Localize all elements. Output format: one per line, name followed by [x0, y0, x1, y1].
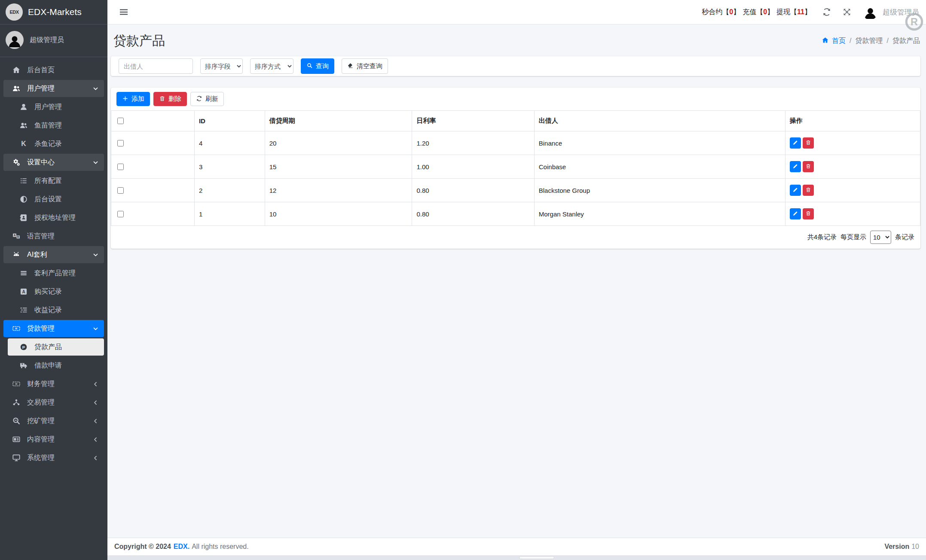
edit-row-button[interactable] — [790, 185, 801, 196]
lender-search-input[interactable] — [119, 58, 193, 74]
edit-row-button[interactable] — [790, 161, 801, 172]
select-all-checkbox[interactable] — [117, 118, 124, 124]
per-page-select[interactable]: 10 — [870, 231, 891, 244]
svg-text:P: P — [22, 345, 25, 350]
trash-icon — [805, 210, 811, 218]
row-checkbox[interactable] — [117, 211, 124, 217]
sort-field-select[interactable]: 排序字段 — [200, 58, 243, 74]
cell-rate: 1.00 — [412, 155, 534, 179]
sidebar-item-purchase-records[interactable]: A购买记录 — [8, 283, 104, 300]
sidebar-item-arbitrage-product-management[interactable]: 套利产品管理 — [8, 265, 104, 282]
sidebar-item-label: 贷款产品 — [34, 343, 62, 352]
sidebar-item-settings-center[interactable]: 设置中心 — [3, 154, 104, 171]
avatar — [862, 4, 878, 20]
sort-order-select[interactable]: 排序方式 — [250, 58, 293, 74]
sidebar-item-loan-management[interactable]: 0贷款管理 — [3, 320, 104, 337]
loan-products-card: 添加 删除 刷新 — [111, 88, 920, 249]
table-row: 3151.00Coinbase — [111, 155, 920, 179]
sidebar-item-label: 内容管理 — [27, 435, 55, 444]
clear-search-button[interactable]: 清空查询 — [342, 58, 388, 74]
sidebar-item-backend-settings[interactable]: 后台设置 — [8, 191, 104, 208]
sidebar-item-system-management[interactable]: 系统管理 — [3, 449, 104, 466]
sidebar-item-trade-management[interactable]: 交易管理 — [3, 394, 104, 411]
footer-brand-link[interactable]: EDX. — [174, 543, 189, 551]
newspaper-icon — [12, 435, 21, 444]
delete-row-button[interactable] — [803, 208, 814, 219]
sidebar-item-earnings-records[interactable]: 收益记录 — [8, 301, 104, 319]
sidebar-item-user-management[interactable]: 用户管理 — [3, 80, 104, 97]
pencil-icon — [792, 140, 798, 147]
breadcrumb-separator: / — [887, 37, 889, 45]
chevron-down-icon — [92, 85, 99, 92]
sidebar-item-user-admin[interactable]: 用户管理 — [8, 98, 104, 116]
pending-stat-秒合约[interactable]: 秒合约【0】 — [702, 8, 740, 17]
pending-stat-充值[interactable]: 充值【0】 — [743, 8, 774, 17]
search-icon — [306, 62, 313, 70]
footer: Copyright © 2024 EDX. All rights reserve… — [107, 538, 926, 555]
sidebar-submenu-entry: 授权地址管理 — [8, 209, 104, 226]
app-window: EDX EDX-Markets 超级管理员 后台首页用户管理用户管理鱼苗管理K杀… — [0, 0, 926, 560]
navbar-user-menu[interactable]: 超级管理员 — [862, 4, 919, 20]
sidebar-menu-entry: 后台首页 — [3, 61, 104, 79]
breadcrumb-item[interactable]: 首页 — [822, 37, 846, 46]
sidebar-item-mining-management[interactable]: 挖矿管理 — [3, 412, 104, 429]
horizontal-scrollbar[interactable] — [107, 555, 926, 560]
refresh-table-button[interactable]: 刷新 — [190, 92, 224, 106]
sidebar-menu-entry: 系统管理 — [3, 449, 104, 466]
delete-row-button[interactable] — [803, 161, 814, 172]
fullscreen-icon[interactable] — [842, 7, 852, 17]
chevron-down-icon — [92, 326, 99, 332]
sidebar-item-kill-fish-records[interactable]: K杀鱼记录 — [8, 135, 104, 152]
footer-version: Version10 — [884, 543, 919, 551]
cell-actions — [785, 131, 920, 155]
sidebar-item-finance-management[interactable]: 0财务管理 — [3, 375, 104, 393]
trash-icon — [159, 95, 165, 103]
sidebar-user-panel[interactable]: 超级管理员 — [0, 24, 107, 57]
sidebar-toggle-button[interactable] — [119, 7, 129, 17]
sidebar-item-loan-products[interactable]: P贷款产品 — [8, 338, 104, 356]
money-icon: 0 — [12, 324, 21, 333]
sidebar-item-label: 贷款管理 — [27, 324, 55, 333]
column-header-id: ID — [194, 111, 265, 131]
delete-row-button[interactable] — [803, 137, 814, 149]
content-header: 贷款产品 首页/贷款管理/贷款产品 — [107, 24, 926, 56]
breadcrumb-item[interactable]: 贷款管理 — [856, 37, 883, 46]
pencil-icon — [792, 163, 798, 170]
delete-button[interactable]: 删除 — [153, 92, 187, 106]
brand[interactable]: EDX EDX-Markets — [0, 0, 107, 24]
edit-row-button[interactable] — [790, 137, 801, 149]
row-checkbox[interactable] — [117, 164, 124, 170]
main-area: 秒合约【0】充值【0】提现【11】 超级管理员 R 贷款产品 首页/贷款管理/贷… — [107, 0, 926, 560]
sidebar-item-authorized-address-management[interactable]: 授权地址管理 — [8, 209, 104, 226]
search-button[interactable]: 查询 — [301, 58, 334, 74]
sidebar-item-label: 交易管理 — [27, 398, 55, 407]
pending-stat-提现[interactable]: 提现【11】 — [776, 8, 811, 17]
loan-products-table: ID 借贷周期 日利率 出借人 操作 4201.20Binance3151.00… — [111, 110, 920, 226]
edit-row-button[interactable] — [790, 208, 801, 219]
sidebar-item-label: 系统管理 — [27, 453, 55, 463]
eraser-icon — [347, 62, 354, 70]
row-checkbox[interactable] — [117, 187, 124, 194]
total-records-text: 共4条记录 — [807, 233, 837, 241]
sidebar-item-fry-management[interactable]: 鱼苗管理 — [8, 117, 104, 134]
home-icon — [12, 66, 21, 75]
sidebar-item-language-management[interactable]: A文语言管理 — [3, 228, 104, 245]
sidebar-item-content-management[interactable]: 内容管理 — [3, 431, 104, 448]
k-icon: K — [19, 140, 28, 149]
delete-row-button[interactable] — [803, 185, 814, 196]
sidebar-item-label: 后台首页 — [27, 66, 55, 75]
truck-icon — [19, 361, 28, 370]
horizontal-scrollbar-thumb[interactable] — [519, 556, 554, 559]
copyright-text: Copyright © 2024 — [114, 543, 171, 551]
svg-text:A: A — [22, 289, 25, 294]
top-navbar: 秒合约【0】充值【0】提现【11】 超级管理员 — [107, 0, 926, 24]
sidebar-item-all-configs[interactable]: 所有配置 — [8, 172, 104, 189]
sidebar-item-loan-applications[interactable]: 借款申请 — [8, 357, 104, 374]
row-checkbox[interactable] — [117, 140, 124, 146]
adjust-icon — [19, 195, 28, 204]
add-button[interactable]: 添加 — [116, 92, 150, 106]
sidebar-item-ai-arbitrage[interactable]: AI套利 — [3, 246, 104, 263]
navbar-pending-stats[interactable]: 秒合约【0】充值【0】提现【11】 — [702, 8, 811, 17]
refresh-icon[interactable] — [822, 7, 831, 17]
sidebar-item-backend-home[interactable]: 后台首页 — [3, 61, 104, 79]
